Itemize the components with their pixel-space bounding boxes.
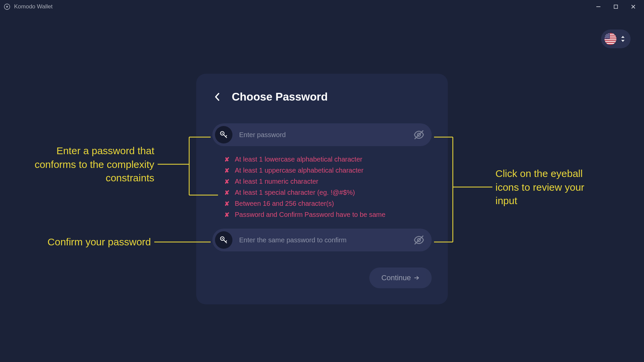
rule-uppercase: ✘At least 1 uppercase alphabetical chara…	[224, 167, 432, 174]
svg-point-20	[605, 36, 606, 36]
flag-us-icon	[604, 33, 616, 45]
svg-point-27	[608, 38, 609, 38]
continue-label: Continue	[381, 274, 411, 282]
svg-rect-8	[604, 34, 616, 35]
svg-point-29	[222, 133, 223, 134]
rule-text: At least 1 numeric character	[235, 178, 318, 185]
close-button[interactable]	[629, 3, 637, 11]
annotation-confirm: Confirm your password	[20, 235, 151, 249]
x-icon: ✘	[224, 156, 229, 163]
minimize-button[interactable]	[594, 3, 602, 11]
svg-point-21	[607, 36, 607, 36]
rule-text: Between 16 and 256 character(s)	[235, 200, 334, 207]
svg-rect-13	[604, 43, 616, 44]
svg-line-37	[225, 241, 226, 242]
svg-point-16	[607, 34, 607, 34]
eye-off-icon	[414, 235, 424, 245]
x-icon: ✘	[224, 189, 229, 196]
rule-numeric: ✘At least 1 numeric character	[224, 178, 432, 185]
svg-rect-3	[614, 5, 618, 9]
rule-special: ✘At least 1 special character (eg. !@#$%…	[224, 189, 432, 196]
rule-match: ✘Password and Confirm Password have to b…	[224, 211, 432, 219]
svg-point-1	[6, 6, 8, 8]
app-title: Komodo Wallet	[14, 3, 53, 10]
rule-length: ✘Between 16 and 256 character(s)	[224, 200, 432, 207]
rule-text: At least 1 lowercase alphabetical charac…	[235, 156, 362, 163]
rule-text: At least 1 uppercase alphabetical charac…	[235, 167, 364, 174]
rule-lowercase: ✘At least 1 lowercase alphabetical chara…	[224, 156, 432, 163]
svg-point-15	[605, 34, 606, 34]
key-icon	[215, 231, 232, 249]
key-icon	[215, 126, 232, 143]
chevron-updown-icon	[621, 35, 625, 43]
svg-point-18	[606, 35, 607, 35]
annotation-eyeball: Click on the eyeball icons to review you…	[495, 167, 606, 208]
card-header: Choose Password	[212, 90, 432, 103]
password-input-wrap	[212, 123, 432, 146]
x-icon: ✘	[224, 211, 229, 219]
continue-button[interactable]: Continue	[369, 267, 432, 288]
svg-point-35	[222, 238, 223, 239]
svg-point-25	[605, 38, 606, 38]
confirm-password-input[interactable]	[239, 236, 407, 244]
rule-text: At least 1 special character (eg. !@#$%)	[235, 189, 355, 196]
svg-point-22	[608, 36, 609, 36]
toggle-password-visibility[interactable]	[414, 129, 424, 140]
back-button[interactable]	[212, 92, 222, 102]
svg-point-26	[607, 38, 607, 38]
choose-password-card: Choose Password ✘At least 1 lowercase al…	[196, 74, 448, 304]
svg-point-17	[608, 34, 609, 34]
password-input[interactable]	[239, 131, 407, 139]
toggle-confirm-visibility[interactable]	[414, 235, 424, 245]
app-icon	[3, 3, 11, 10]
continue-row: Continue	[212, 267, 432, 288]
language-selector[interactable]	[601, 29, 631, 48]
svg-point-24	[608, 37, 608, 37]
confirm-password-input-wrap	[212, 229, 432, 251]
window-controls	[594, 3, 641, 11]
x-icon: ✘	[224, 167, 229, 174]
eye-off-icon	[414, 129, 424, 140]
x-icon: ✘	[224, 178, 229, 185]
svg-rect-12	[604, 41, 616, 42]
page-title: Choose Password	[232, 90, 328, 103]
svg-rect-11	[604, 39, 616, 40]
svg-point-19	[608, 35, 608, 35]
password-rules: ✘At least 1 lowercase alphabetical chara…	[224, 156, 432, 219]
arrow-right-icon	[414, 275, 420, 281]
svg-line-31	[225, 135, 226, 136]
rule-text: Password and Confirm Password have to be…	[235, 211, 385, 219]
x-icon: ✘	[224, 200, 229, 207]
svg-point-23	[606, 37, 607, 37]
maximize-button[interactable]	[612, 3, 620, 11]
window-titlebar: Komodo Wallet	[0, 0, 644, 13]
titlebar-left: Komodo Wallet	[3, 3, 53, 10]
annotation-complexity: Enter a password that conforms to the co…	[20, 144, 154, 185]
